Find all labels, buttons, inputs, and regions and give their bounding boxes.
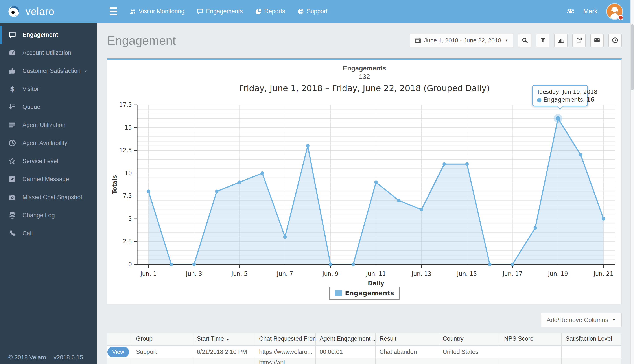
sidebar-item-account-utilization[interactable]: Account Utilization	[0, 44, 97, 62]
column-header-group[interactable]: Group	[132, 333, 193, 346]
caret-down-icon: ▼	[612, 318, 616, 322]
table-row: https://api....	[108, 358, 621, 364]
table-cell: https://api....	[259, 360, 292, 364]
tooltip-date: Tuesday, Jun 19, 2018	[537, 89, 583, 95]
svg-text:2.5: 2.5	[123, 238, 132, 245]
svg-text:10: 10	[124, 170, 132, 176]
table-cell: 6/21/2018 2:10 PM	[197, 348, 247, 355]
nav-item-reports[interactable]: Reports	[255, 8, 285, 15]
add-remove-columns-button[interactable]: Add/Remove Columns ▼	[541, 313, 622, 327]
sidebar-item-label: Service Level	[22, 158, 58, 164]
svg-text:Jun. 11: Jun. 11	[366, 270, 386, 277]
sidebar-item-label: Queue	[22, 104, 40, 110]
brand[interactable]: velaro	[0, 3, 97, 20]
sidebar-item-queue[interactable]: Queue	[0, 98, 97, 116]
column-header-result[interactable]: Result	[376, 333, 439, 346]
metric-value: 132	[108, 73, 622, 80]
search-button[interactable]	[518, 34, 532, 47]
page-title: Engagement	[107, 34, 176, 48]
main-content: Engagement June 1, 2018 - June 22, 2018 …	[97, 23, 630, 364]
engagements-chart[interactable]: 02.557.51012.51517.5Jun. 1Jun. 3Jun. 5Ju…	[108, 95, 622, 291]
svg-text:Jun. 9: Jun. 9	[322, 270, 338, 277]
sidebar-item-service-level[interactable]: Service Level	[0, 152, 97, 170]
svg-text:Jun. 5: Jun. 5	[231, 270, 248, 277]
svg-text:Jun. 19: Jun. 19	[548, 270, 568, 277]
engagements-table: GroupStart Time▼Chat Requested FromAgent…	[107, 333, 621, 364]
svg-text:15: 15	[124, 124, 132, 131]
svg-text:17.5: 17.5	[119, 102, 132, 108]
svg-text:Jun. 13: Jun. 13	[411, 270, 432, 277]
column-header-actions	[108, 333, 132, 346]
agents-group-icon[interactable]	[567, 8, 574, 16]
share-button[interactable]	[572, 34, 586, 47]
view-button[interactable]: View	[108, 347, 129, 357]
sidebar-item-canned-message[interactable]: Canned Message	[0, 170, 97, 188]
column-header-nps-score[interactable]: NPS Score	[500, 333, 562, 346]
column-header-agent-engagement[interactable]: Agent Engagement ...	[316, 333, 376, 346]
svg-text:5: 5	[128, 216, 132, 222]
sort-amount-icon	[8, 103, 16, 111]
velaro-logo-icon	[6, 3, 22, 20]
sidebar-item-label: Visitor	[22, 86, 39, 92]
sidebar-item-customer-satisfaction[interactable]: Customer Satisfaction	[0, 62, 97, 80]
column-header-country[interactable]: Country	[439, 333, 500, 346]
search-icon	[522, 37, 528, 44]
sidebar-item-visitor[interactable]: $Visitor	[0, 80, 97, 98]
scrollbar-thumb[interactable]	[631, 24, 634, 90]
sidebar-item-label: Missed Chat Snapshot	[22, 194, 82, 201]
column-header-satisfaction-level[interactable]: Satisfaction Level	[562, 333, 621, 346]
date-range-label: June 1, 2018 - June 22, 2018	[424, 37, 501, 44]
phone-icon	[8, 229, 16, 237]
toolbar: June 1, 2018 - June 22, 2018 ▼	[410, 34, 622, 47]
sidebar-item-change-log[interactable]: Change Log	[0, 206, 97, 224]
comment-icon	[197, 8, 204, 15]
sidebar-item-label: Engagement	[22, 32, 58, 38]
sidebar-item-missed-chat-snapshot[interactable]: Missed Chat Snapshot	[0, 188, 97, 206]
bars-icon	[8, 121, 16, 129]
nav-item-label: Reports	[264, 8, 285, 15]
user-avatar[interactable]	[606, 3, 623, 20]
nav-item-label: Engagements	[206, 8, 243, 15]
chevron-right-icon	[83, 68, 88, 74]
table-cell: Support	[136, 348, 157, 355]
nav-item-support[interactable]: Support	[298, 8, 328, 15]
sidebar-item-label: Agent Utilization	[22, 122, 66, 128]
svg-text:Totals: Totals	[112, 175, 118, 194]
bar-chart-button[interactable]	[554, 34, 568, 47]
svg-text:7.5: 7.5	[123, 192, 132, 199]
status-dot	[618, 15, 624, 20]
sidebar-item-agent-utilization[interactable]: Agent Utilization	[0, 116, 97, 134]
legend-item-engagements[interactable]: Engagements	[329, 287, 400, 300]
user-name[interactable]: Mark	[583, 8, 598, 15]
sidebar-footer: © 2018 Velarov2018.6.15	[8, 354, 90, 361]
sidebar-item-agent-availability[interactable]: Agent Availability	[0, 134, 97, 152]
sidebar-item-call[interactable]: Call	[0, 224, 97, 242]
column-header-start-time[interactable]: Start Time▼	[193, 333, 255, 346]
legend-label: Engagements	[345, 290, 394, 297]
sort-desc-icon: ▼	[226, 338, 230, 341]
svg-text:Daily: Daily	[368, 280, 384, 287]
caret-down-icon: ▼	[505, 38, 508, 42]
envelope-icon	[594, 37, 600, 44]
copyright: © 2018 Velaro	[8, 354, 46, 361]
sidebar-item-label: Customer Satisfaction	[22, 68, 80, 74]
history-button[interactable]	[608, 34, 622, 47]
filter-button[interactable]	[536, 34, 550, 47]
tooltip-value: 16	[587, 96, 594, 103]
nav-item-engagements[interactable]: Engagements	[197, 8, 243, 15]
table-cell: https://www.velaro....	[259, 348, 314, 355]
svg-text:Jun. 17: Jun. 17	[502, 270, 522, 277]
svg-text:0: 0	[128, 261, 132, 268]
envelope-button[interactable]	[590, 34, 604, 47]
pencil-square-icon	[8, 175, 16, 183]
dollar-icon: $	[8, 85, 16, 93]
users-icon	[130, 8, 136, 15]
date-range-button[interactable]: June 1, 2018 - June 22, 2018 ▼	[410, 34, 513, 47]
hamburger-menu-icon[interactable]	[110, 7, 117, 16]
nav-item-visitor-monitoring[interactable]: Visitor Monitoring	[130, 8, 184, 15]
comment-icon	[8, 31, 16, 39]
sidebar-item-engagement[interactable]: Engagement	[0, 26, 97, 44]
scrollbar-track[interactable]	[630, 0, 634, 364]
column-header-chat-requested-from[interactable]: Chat Requested From	[255, 333, 316, 346]
svg-text:Jun. 7: Jun. 7	[276, 270, 293, 277]
